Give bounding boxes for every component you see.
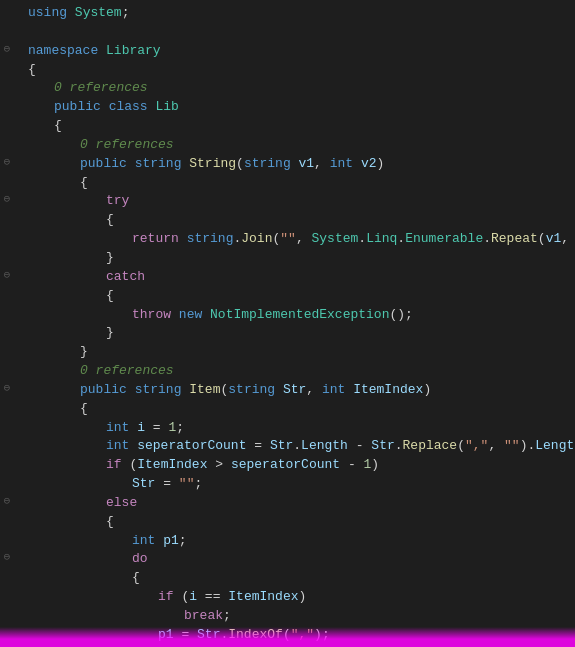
code-line-1: using System; xyxy=(0,4,575,23)
line-text-23: int i = 1; xyxy=(26,419,575,438)
code-line-14: } xyxy=(0,249,575,268)
code-line-22: { xyxy=(0,400,575,419)
code-line-29: int p1; xyxy=(0,532,575,551)
code-line-13: return string.Join("", System.Linq.Enume… xyxy=(0,230,575,249)
code-line-9: ⊖ public string String(string v1, int v2… xyxy=(0,155,575,174)
gutter-15: ⊖ xyxy=(0,268,14,284)
code-line-26: Str = ""; xyxy=(0,475,575,494)
code-line-23: int i = 1; xyxy=(0,419,575,438)
code-line-5: 0 references xyxy=(0,79,575,98)
code-editor: using System; ⊖ namespace Library { 0 re… xyxy=(0,0,575,647)
code-line-11: ⊖ try xyxy=(0,192,575,211)
code-line-19: } xyxy=(0,343,575,362)
code-line-27: ⊖ else xyxy=(0,494,575,513)
line-text-19: } xyxy=(26,343,575,362)
line-text-7: { xyxy=(26,117,575,136)
gutter-27: ⊖ xyxy=(0,494,14,510)
line-text-17: throw new NotImplementedException(); xyxy=(26,306,575,325)
line-text-27: else xyxy=(26,494,575,513)
line-text-32: if (i == ItemIndex) xyxy=(26,588,575,607)
code-line-28: { xyxy=(0,513,575,532)
code-line-12: { xyxy=(0,211,575,230)
gutter-3: ⊖ xyxy=(0,42,14,58)
line-text-2 xyxy=(26,23,575,42)
code-line-31: { xyxy=(0,569,575,588)
code-line-20: 0 references xyxy=(0,362,575,381)
code-line-2 xyxy=(0,23,575,42)
line-text-3: namespace Library xyxy=(26,42,575,61)
line-text-5: 0 references xyxy=(26,79,575,98)
line-text-20: 0 references xyxy=(26,362,575,381)
code-line-18: } xyxy=(0,324,575,343)
code-line-6: public class Lib xyxy=(0,98,575,117)
line-text-16: { xyxy=(26,287,575,306)
bottom-noise-bar xyxy=(0,627,575,647)
line-text-21: public string Item(string Str, int ItemI… xyxy=(26,381,575,400)
gutter-9: ⊖ xyxy=(0,155,14,171)
line-text-18: } xyxy=(26,324,575,343)
line-text-9: public string String(string v1, int v2) xyxy=(26,155,575,174)
line-text-10: { xyxy=(26,174,575,193)
line-text-26: Str = ""; xyxy=(26,475,575,494)
code-line-8: 0 references xyxy=(0,136,575,155)
line-text-30: do xyxy=(26,550,575,569)
line-text-4: { xyxy=(26,61,575,80)
code-line-16: { xyxy=(0,287,575,306)
line-text-12: { xyxy=(26,211,575,230)
line-text-24: int seperatorCount = Str.Length - Str.Re… xyxy=(26,437,575,456)
line-text-11: try xyxy=(26,192,575,211)
line-text-22: { xyxy=(26,400,575,419)
code-line-17: throw new NotImplementedException(); xyxy=(0,306,575,325)
line-text-31: { xyxy=(26,569,575,588)
code-line-3: ⊖ namespace Library xyxy=(0,42,575,61)
gutter-21: ⊖ xyxy=(0,381,14,397)
line-text-29: int p1; xyxy=(26,532,575,551)
line-text-15: catch xyxy=(26,268,575,287)
code-line-21: ⊖ public string Item(string Str, int Ite… xyxy=(0,381,575,400)
line-text-13: return string.Join("", System.Linq.Enume… xyxy=(26,230,575,249)
code-line-25: if (ItemIndex > seperatorCount - 1) xyxy=(0,456,575,475)
line-text-6: public class Lib xyxy=(26,98,575,117)
code-line-15: ⊖ catch xyxy=(0,268,575,287)
code-line-4: { xyxy=(0,61,575,80)
gutter-30: ⊖ xyxy=(0,550,14,566)
code-line-24: int seperatorCount = Str.Length - Str.Re… xyxy=(0,437,575,456)
line-text-8: 0 references xyxy=(26,136,575,155)
code-line-30: ⊖ do xyxy=(0,550,575,569)
line-text-1: using System; xyxy=(26,4,575,23)
code-line-10: { xyxy=(0,174,575,193)
gutter-11: ⊖ xyxy=(0,192,14,208)
code-line-32: if (i == ItemIndex) xyxy=(0,588,575,607)
code-line-33: break; xyxy=(0,607,575,626)
code-line-7: { xyxy=(0,117,575,136)
line-text-28: { xyxy=(26,513,575,532)
line-text-25: if (ItemIndex > seperatorCount - 1) xyxy=(26,456,575,475)
line-text-14: } xyxy=(26,249,575,268)
line-text-33: break; xyxy=(26,607,575,626)
